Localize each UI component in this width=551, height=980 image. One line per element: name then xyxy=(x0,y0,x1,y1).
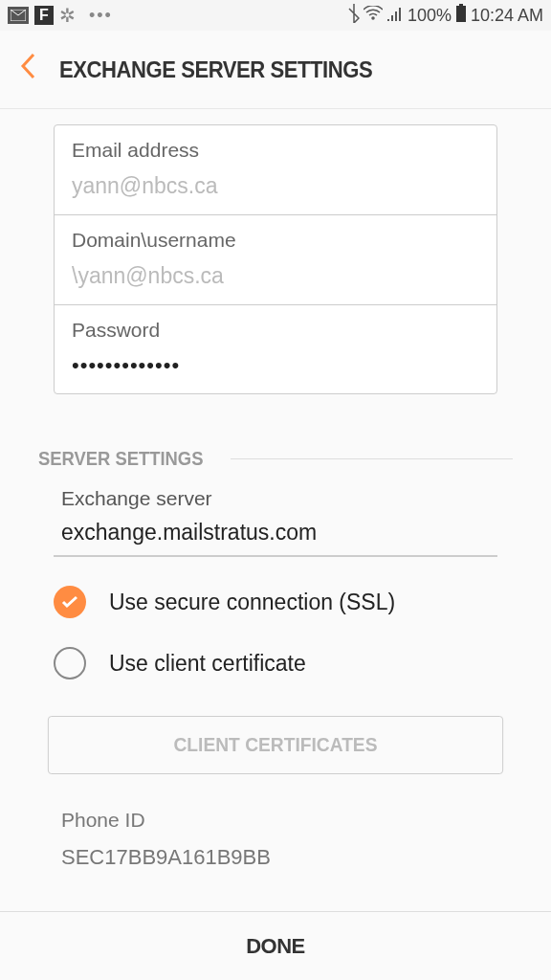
domain-label: Domain\username xyxy=(72,229,479,252)
section-divider xyxy=(231,458,513,459)
svg-rect-1 xyxy=(459,4,463,6)
app-header: EXCHANGE SERVER SETTINGS xyxy=(0,31,551,109)
phone-id-section: Phone ID SEC17BB9A161B9BB xyxy=(61,809,490,870)
signal-icon xyxy=(386,6,404,26)
credentials-card: Email address yann@nbcs.ca Domain\userna… xyxy=(54,124,497,394)
server-label: Exchange server xyxy=(61,487,490,510)
password-field[interactable]: Password ••••••••••••• xyxy=(55,305,496,393)
email-value: yann@nbcs.ca xyxy=(72,173,479,199)
mail-notification-icon xyxy=(8,7,29,24)
status-bar: F ✲ ••• 100% 10:24 AM xyxy=(0,0,551,31)
cert-label: Use client certificate xyxy=(109,651,306,677)
password-value: ••••••••••••• xyxy=(72,353,479,378)
phone-id-value: SEC17BB9A161B9BB xyxy=(61,845,490,870)
domain-value: \yann@nbcs.ca xyxy=(72,263,479,289)
back-button[interactable] xyxy=(19,52,36,88)
domain-field[interactable]: Domain\username \yann@nbcs.ca xyxy=(55,215,496,305)
email-label: Email address xyxy=(72,139,479,162)
battery-icon xyxy=(455,4,467,28)
password-label: Password xyxy=(72,319,479,342)
done-button[interactable]: DONE xyxy=(0,911,551,980)
phone-id-label: Phone ID xyxy=(61,809,490,832)
more-notifications-icon: ••• xyxy=(89,6,113,26)
email-field[interactable]: Email address yann@nbcs.ca xyxy=(55,125,496,215)
page-title: EXCHANGE SERVER SETTINGS xyxy=(59,56,372,83)
bluetooth-icon xyxy=(348,4,360,28)
server-value: exchange.mailstratus.com xyxy=(61,520,490,546)
svg-rect-0 xyxy=(456,6,466,22)
ssl-checkbox[interactable] xyxy=(54,586,86,618)
wifi-icon xyxy=(364,6,383,26)
battery-percent: 100% xyxy=(408,6,452,26)
exchange-server-field[interactable]: Exchange server exchange.mailstratus.com xyxy=(54,487,497,557)
gear-notification-icon: ✲ xyxy=(59,4,76,27)
flipboard-icon: F xyxy=(34,6,54,25)
server-settings-header: SERVER SETTINGS xyxy=(38,448,513,470)
check-icon xyxy=(61,591,78,613)
ssl-label: Use secure connection (SSL) xyxy=(109,590,395,615)
clock-time: 10:24 AM xyxy=(471,6,543,26)
client-cert-option[interactable]: Use client certificate xyxy=(54,647,497,679)
cert-checkbox[interactable] xyxy=(54,647,86,679)
client-certificates-button[interactable]: CLIENT CERTIFICATES xyxy=(48,716,503,774)
ssl-option[interactable]: Use secure connection (SSL) xyxy=(54,586,497,618)
section-title: SERVER SETTINGS xyxy=(38,448,203,470)
